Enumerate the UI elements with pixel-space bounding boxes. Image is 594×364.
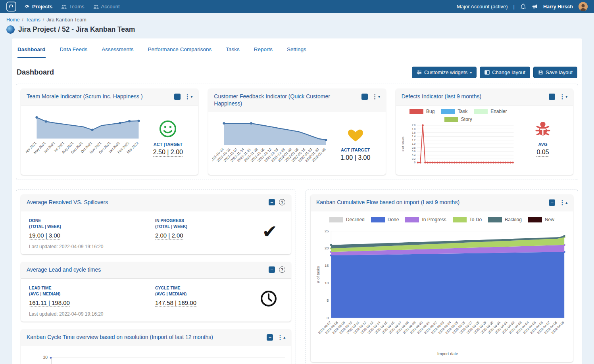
- act-target-value: 1.00 | 3.00: [340, 154, 370, 162]
- user-avatar[interactable]: [579, 2, 588, 11]
- users-icon: [93, 4, 99, 10]
- nav-label: Projects: [32, 4, 52, 10]
- widget-header[interactable]: Customer Feedback Indicator (Quick Custo…: [208, 89, 385, 111]
- legend-item[interactable]: Story: [444, 117, 472, 122]
- legend-item[interactable]: In Progress: [405, 217, 446, 222]
- widget-menu-icon[interactable]: ⋮▾: [185, 93, 193, 100]
- legend-item[interactable]: Backlog: [488, 217, 522, 222]
- bell-icon[interactable]: [520, 4, 526, 10]
- legend-item[interactable]: Bug: [409, 109, 434, 114]
- customize-widgets-button[interactable]: Customize widgets ▾: [412, 67, 477, 78]
- collapse-widget-icon[interactable]: −: [269, 266, 275, 273]
- legend-item[interactable]: Task: [441, 109, 467, 114]
- widget-menu-icon[interactable]: ⋮▴: [277, 334, 285, 341]
- megaphone-icon[interactable]: [532, 4, 538, 10]
- bug-icon: [517, 120, 569, 140]
- avatar-figure: [579, 2, 588, 11]
- tab-bar: Dashboard Data Feeds Assessments Perform…: [16, 38, 578, 58]
- help-icon[interactable]: ?: [279, 199, 285, 205]
- legend-item[interactable]: New: [528, 217, 554, 222]
- defects-stat: AVG 0.05: [517, 120, 569, 157]
- app-logo[interactable]: [6, 2, 16, 11]
- svg-text:0: 0: [327, 316, 329, 320]
- tab-assessments[interactable]: Assessments: [102, 46, 133, 58]
- legend-swatch: [441, 109, 455, 114]
- flow-chart: 0510152025# of tasks2022-03-072022-03-08…: [315, 223, 569, 361]
- nav-item-teams[interactable]: Teams: [61, 4, 84, 10]
- sliders-icon: [417, 70, 422, 75]
- legend-label: Bug: [426, 109, 434, 114]
- collapse-widget-icon[interactable]: −: [361, 94, 368, 100]
- widget-body: Apr 2021May 2021Jun 2021Jul 2021Aug 2021…: [21, 105, 198, 169]
- stat-sublabel: (TOTAL | WEEK): [29, 224, 155, 229]
- cycletime-chart: 30: [21, 346, 291, 364]
- layout-buttons: Customize widgets ▾ Change layout Save l…: [412, 67, 577, 78]
- nav-item-account[interactable]: Account: [93, 4, 120, 10]
- nav-divider: |: [513, 4, 515, 10]
- morale-chart: Apr 2021May 2021Jun 2021Jul 2021Aug 2021…: [25, 108, 142, 167]
- legend-item[interactable]: Declined: [329, 217, 365, 222]
- legend-label: Enabler: [490, 109, 507, 114]
- widget-header[interactable]: Average Resolved VS. Spillovers − ?: [21, 195, 291, 211]
- widget-header[interactable]: Kanban Cycle Time overview based on reso…: [21, 330, 291, 346]
- tab-data-feeds[interactable]: Data Feeds: [60, 46, 88, 58]
- nav-label: Account: [101, 4, 120, 10]
- breadcrumb-separator: /: [22, 17, 23, 23]
- tab-dashboard[interactable]: Dashboard: [17, 46, 46, 58]
- widget-header[interactable]: Team Morale Indicator (Scrum Inc. Happin…: [21, 89, 198, 105]
- act-target-label: ACT |TARGET: [329, 148, 382, 152]
- legend-swatch: [371, 217, 385, 222]
- legend-item[interactable]: Done: [371, 217, 399, 222]
- legend-item[interactable]: To Do: [453, 217, 482, 222]
- svg-text:2.0: 2.0: [412, 124, 416, 126]
- tab-performance-comparisons[interactable]: Performance Comparisons: [148, 46, 212, 58]
- widget-header[interactable]: Average Lead and cycle times − ?: [21, 262, 291, 279]
- logo-arrow-icon: [8, 4, 14, 10]
- breadcrumb-teams[interactable]: Teams: [26, 17, 40, 23]
- legend-swatch: [453, 217, 467, 222]
- tab-reports[interactable]: Reports: [254, 46, 273, 58]
- legend-swatch: [329, 217, 343, 222]
- tab-tasks[interactable]: Tasks: [226, 46, 240, 58]
- breadcrumb-current: Jira Kanban Team: [46, 17, 87, 23]
- widget-zone-left: Average Resolved VS. Spillovers − ? DONE…: [16, 190, 296, 364]
- breadcrumb: Home/Teams/Jira Kanban Team: [0, 13, 594, 23]
- widget-zone-top: Team Morale Indicator (Scrum Inc. Happin…: [16, 84, 578, 180]
- collapse-widget-icon[interactable]: −: [549, 94, 555, 100]
- caret-down-icon: ▾: [191, 95, 193, 99]
- svg-text:0.2: 0.2: [412, 157, 416, 160]
- legend-label: Story: [461, 117, 472, 122]
- legend-item[interactable]: Enabler: [474, 109, 507, 114]
- widget-menu-icon[interactable]: ⋮▴: [559, 199, 567, 206]
- check-icon: ✔: [262, 222, 277, 241]
- nav-item-projects[interactable]: Projects: [24, 4, 52, 10]
- widget-header[interactable]: Defects Indicator (last 9 months) − ⋮▾: [396, 89, 573, 105]
- collapse-widget-icon[interactable]: −: [549, 199, 555, 206]
- page-title-row: Jira Project / 52 - Jira Kanban Team: [0, 23, 594, 38]
- save-icon: [538, 70, 543, 75]
- legend-label: Done: [388, 217, 399, 222]
- collapse-widget-icon[interactable]: −: [267, 334, 273, 341]
- tab-settings[interactable]: Settings: [287, 46, 306, 58]
- defects-chart: 00.20.40.60.81.01.21.41.61.82.0# of issu…: [400, 123, 517, 170]
- smiley-icon: [142, 120, 194, 140]
- svg-text:25: 25: [325, 229, 329, 233]
- dashboard-toolbar: Dashboard Customize widgets ▾ Change lay…: [16, 58, 578, 84]
- breadcrumb-home[interactable]: Home: [6, 17, 19, 23]
- avg-label: AVG: [517, 142, 569, 147]
- change-layout-button[interactable]: Change layout: [480, 67, 530, 78]
- act-target-value: 2.50 | 2.00: [153, 149, 183, 157]
- widget-menu-icon[interactable]: ⋮▾: [559, 93, 567, 100]
- widget-header[interactable]: Kanban Cumulative Flow based on import (…: [311, 195, 573, 211]
- save-layout-button[interactable]: Save layout: [533, 67, 577, 78]
- collapse-widget-icon[interactable]: −: [174, 94, 181, 100]
- svg-text:0.4: 0.4: [412, 154, 416, 157]
- svg-text:0: 0: [414, 161, 415, 164]
- heart-icon: [329, 126, 382, 145]
- svg-text:15: 15: [325, 264, 329, 268]
- nav-label: Teams: [69, 4, 84, 10]
- collapse-widget-icon[interactable]: −: [269, 199, 275, 205]
- widget-menu-icon[interactable]: ⋮▾: [372, 93, 380, 100]
- user-name[interactable]: Harry Hirsch: [543, 4, 573, 10]
- help-icon[interactable]: ?: [279, 266, 285, 273]
